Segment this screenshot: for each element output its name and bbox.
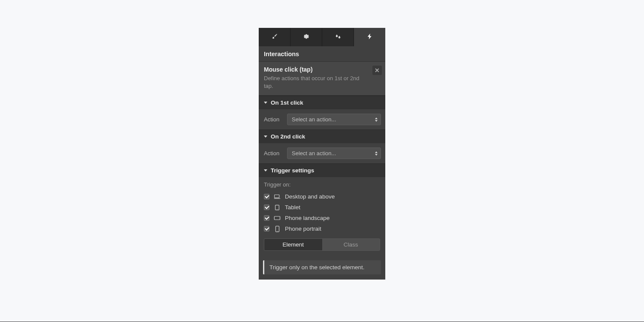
toggle-class[interactable]: Class — [322, 239, 380, 250]
panel-tabs — [259, 28, 385, 46]
trigger-description: Define actions that occur on 1st or 2nd … — [264, 75, 380, 90]
svg-rect-0 — [275, 195, 279, 198]
breakpoint-label: Phone landscape — [285, 215, 330, 221]
second-click-action-select[interactable]: Select an action... — [287, 147, 381, 159]
first-click-action-select[interactable]: Select an action... — [287, 114, 381, 125]
breakpoint-row-desktop: Desktop and above — [264, 191, 380, 202]
toggle-element[interactable]: Element — [264, 239, 322, 250]
svg-point-2 — [277, 209, 277, 209]
section-header-label: On 2nd click — [271, 133, 305, 140]
section-header-second-click[interactable]: On 2nd click — [259, 129, 385, 143]
trigger-on-label: Trigger on: — [264, 181, 380, 188]
trigger-info: Trigger only on the selected element. — [263, 260, 381, 274]
element-class-toggle: Element Class — [264, 238, 380, 251]
tab-effects[interactable] — [322, 28, 354, 46]
breakpoint-row-tablet: Tablet — [264, 202, 380, 213]
caret-down-icon — [264, 169, 267, 172]
checkbox-tablet[interactable] — [264, 205, 269, 210]
tab-interactions[interactable] — [354, 28, 385, 46]
remove-trigger-button[interactable]: ✕ — [372, 66, 382, 75]
trigger-card: Mouse click (tap) Define actions that oc… — [259, 61, 385, 96]
phone-landscape-icon — [274, 215, 281, 221]
drops-icon — [334, 33, 342, 42]
section-header-label: On 1st click — [271, 99, 303, 106]
section-header-trigger-settings[interactable]: Trigger settings — [259, 163, 385, 177]
tab-settings[interactable] — [290, 28, 322, 46]
svg-point-4 — [279, 218, 279, 218]
caret-down-icon — [264, 102, 267, 104]
section-header-label: Trigger settings — [271, 167, 314, 174]
section-header-first-click[interactable]: On 1st click — [259, 96, 385, 109]
panel-title: Interactions — [259, 46, 385, 61]
desktop-icon — [274, 194, 281, 200]
second-click-action-row: Action Select an action... — [259, 143, 385, 163]
first-click-action-row: Action Select an action... — [259, 109, 385, 129]
breakpoint-row-phone-portrait: Phone portrait — [264, 223, 380, 234]
interactions-panel: Interactions Mouse click (tap) Define ac… — [259, 28, 385, 280]
checkbox-phone-portrait[interactable] — [264, 226, 269, 232]
tablet-icon — [274, 205, 281, 211]
checkbox-phone-landscape[interactable] — [264, 215, 269, 221]
trigger-title: Mouse click (tap) — [264, 66, 380, 73]
svg-point-6 — [277, 231, 277, 231]
checkbox-desktop[interactable] — [264, 194, 269, 199]
action-label: Action — [264, 150, 283, 156]
action-label: Action — [264, 116, 283, 123]
breakpoint-row-phone-landscape: Phone landscape — [264, 213, 380, 223]
breakpoint-label: Desktop and above — [285, 193, 335, 200]
select-value: Select an action... — [292, 116, 336, 123]
breakpoint-label: Tablet — [285, 204, 300, 211]
select-value: Select an action... — [292, 150, 336, 156]
gear-icon — [302, 33, 310, 42]
caret-down-icon — [264, 135, 267, 138]
close-icon: ✕ — [375, 67, 380, 74]
trigger-settings-body: Trigger on: Desktop and above Tablet Pho… — [259, 177, 385, 256]
lightning-icon — [366, 33, 374, 42]
breakpoint-label: Phone portrait — [285, 226, 321, 232]
brush-icon — [271, 33, 278, 42]
tab-style[interactable] — [259, 28, 290, 46]
phone-portrait-icon — [274, 226, 281, 232]
